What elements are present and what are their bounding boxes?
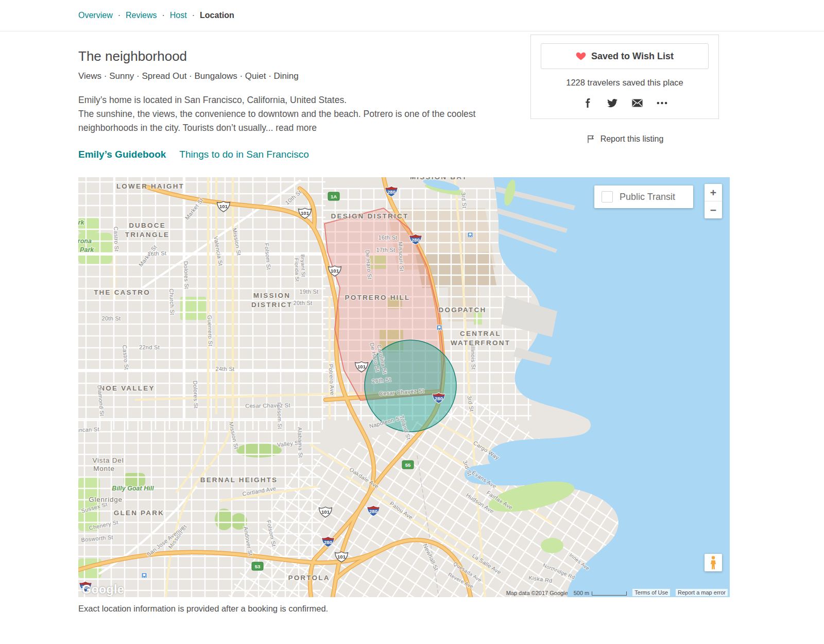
guidebook-link[interactable]: Emily’s Guidebook [78, 149, 166, 160]
public-transit-toggle[interactable]: Public Transit [594, 185, 693, 208]
svg-text:BERNAL HEIGHTS: BERNAL HEIGHTS [200, 476, 278, 484]
svg-text:ights Park: ights Park [78, 246, 94, 253]
svg-text:Alabama St: Alabama St [297, 427, 304, 458]
svg-text:101: 101 [301, 210, 310, 216]
svg-text:101: 101 [219, 204, 228, 209]
report-listing[interactable]: Report this listing [530, 134, 719, 144]
svg-text:Illinois St: Illinois St [470, 345, 477, 370]
things-to-do-link[interactable]: Things to do in San Francisco [179, 149, 308, 160]
svg-text:101: 101 [357, 364, 366, 369]
email-icon[interactable] [632, 97, 643, 108]
map-scale-label: 500 m [574, 590, 590, 596]
svg-text:ark: ark [78, 219, 84, 226]
public-transit-label: Public Transit [620, 192, 675, 202]
nav-location-current[interactable]: Location [200, 11, 234, 20]
guidebook-links: Emily’s Guidebook Things to do in San Fr… [78, 149, 506, 160]
zoom-out-button[interactable]: − [705, 201, 722, 218]
svg-text:Church St: Church St [168, 289, 176, 315]
svg-text:280: 280 [435, 396, 443, 401]
pegman-icon [710, 556, 717, 569]
svg-text:101: 101 [337, 554, 346, 560]
map-canvas[interactable]: MISSION BAYLOWER HAIGHTDUBOCETRIANGLETHE… [78, 177, 730, 597]
svg-text:101: 101 [321, 509, 330, 515]
svg-text:16th St: 16th St [379, 234, 398, 241]
svg-text:WATERFRONT: WATERFRONT [451, 339, 510, 347]
svg-text:GLEN PARK: GLEN PARK [114, 509, 164, 517]
svg-text:Billy Goat Hill: Billy Goat Hill [112, 485, 154, 492]
svg-text:NOE VALLEY: NOE VALLEY [99, 384, 154, 392]
svg-text:17th St: 17th St [376, 247, 396, 253]
more-icon[interactable] [657, 97, 667, 108]
map-svg: MISSION BAYLOWER HAIGHTDUBOCETRIANGLETHE… [78, 177, 730, 597]
svg-text:20th St: 20th St [294, 300, 313, 306]
svg-text:22nd St: 22nd St [139, 344, 160, 350]
svg-text:CENTRAL: CENTRAL [460, 330, 501, 337]
flag-icon [586, 134, 596, 144]
svg-text:24th St: 24th St [216, 366, 235, 372]
svg-text:Monte: Monte [93, 465, 115, 472]
read-more-link[interactable]: read more [276, 123, 317, 133]
svg-text:101: 101 [331, 268, 339, 274]
svg-text:53: 53 [255, 564, 261, 569]
public-transit-checkbox[interactable] [602, 191, 613, 202]
svg-text:DUBOCE: DUBOCE [129, 222, 166, 229]
svg-text:Dolores St: Dolores St [192, 380, 199, 409]
neighborhood-description: Emily’s home is located in San Francisco… [78, 93, 506, 135]
svg-text:16th St: 16th St [147, 250, 167, 257]
main-content: The neighborhood Views · Sunny · Spread … [0, 31, 824, 634]
svg-text:DOGPATCH: DOGPATCH [439, 306, 487, 314]
nav-reviews[interactable]: Reviews [126, 11, 157, 20]
svg-text:LOWER HAIGHT: LOWER HAIGHT [116, 182, 184, 190]
svg-text:Cesar Chavez St: Cesar Chavez St [245, 402, 290, 409]
page-title: The neighborhood [78, 48, 506, 64]
share-icons-row [541, 97, 709, 108]
svg-text:DESIGN DISTRICT: DESIGN DISTRICT [331, 212, 409, 220]
svg-text:280: 280 [411, 237, 420, 243]
svg-text:Dolores St: Dolores St [183, 261, 190, 289]
wishlist-card: Saved to Wish List 1228 travelers saved … [530, 35, 719, 119]
neighborhood-tags: Views · Sunny · Spread Out · Bungalows ·… [78, 71, 506, 81]
svg-text:PORTOLA: PORTOLA [288, 574, 330, 582]
facebook-icon[interactable] [582, 97, 593, 108]
saved-count: 1228 travelers saved this place [541, 78, 709, 88]
nav-overview[interactable]: Overview [78, 11, 113, 20]
svg-text:MISSION: MISSION [253, 292, 290, 299]
map-scale-bar [592, 591, 627, 596]
twitter-icon[interactable] [607, 97, 618, 108]
svg-text:Corona: Corona [78, 238, 92, 245]
nav-separator: · [118, 11, 121, 20]
svg-text:TRIANGLE: TRIANGLE [125, 231, 170, 239]
svg-text:Florida St: Florida St [294, 258, 300, 282]
nav-host[interactable]: Host [170, 11, 187, 20]
svg-text:Vista Del: Vista Del [93, 456, 124, 464]
exact-location-note: Exact location information is provided a… [78, 604, 824, 634]
svg-text:55: 55 [405, 462, 411, 468]
saved-to-wishlist-button[interactable]: Saved to Wish List [541, 43, 709, 69]
report-listing-label: Report this listing [600, 134, 664, 144]
svg-text:Guerrero St: Guerrero St [207, 315, 214, 346]
heart-icon [576, 51, 586, 61]
terms-of-use-link[interactable]: Terms of Use [632, 589, 670, 596]
svg-text:THE CASTRO: THE CASTRO [94, 289, 150, 296]
svg-text:280: 280 [387, 189, 396, 195]
svg-text:280: 280 [369, 509, 377, 514]
svg-text:POTRERO HILL: POTRERO HILL [345, 294, 410, 301]
svg-text:Bryant St: Bryant St [300, 255, 306, 277]
page-header: Overview· Reviews· Host· Location [0, 0, 824, 31]
zoom-in-button[interactable]: + [705, 184, 722, 201]
section-nav: Overview· Reviews· Host· Location [0, 0, 824, 31]
map-zoom-control: + − [705, 184, 722, 218]
svg-text:280: 280 [324, 539, 332, 545]
neighborhood-column: The neighborhood Views · Sunny · Spread … [78, 31, 506, 160]
svg-text:DISTRICT: DISTRICT [251, 301, 293, 309]
svg-text:MISSION BAY: MISSION BAY [410, 177, 468, 181]
street-view-pegman[interactable] [705, 554, 722, 571]
svg-text:Castro St: Castro St [113, 226, 120, 251]
nav-separator: · [162, 11, 164, 20]
report-map-error-link[interactable]: Report a map error [676, 589, 728, 596]
google-logo[interactable]: Google [82, 583, 124, 597]
map-data-text: Map data ©2017 Google [506, 590, 568, 596]
wishlist-button-label: Saved to Wish List [591, 51, 674, 62]
svg-text:19th St: 19th St [300, 289, 319, 295]
map-attribution: Map data ©2017 Google 500 m Terms of Use… [506, 589, 728, 596]
